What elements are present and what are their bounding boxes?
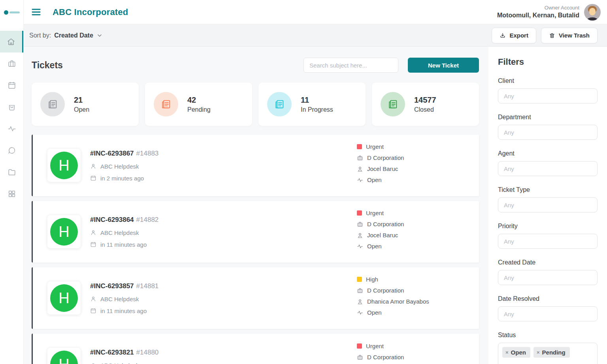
ticket-ref: #INC-6293867 xyxy=(90,150,134,157)
sidebar-item-bag[interactable] xyxy=(0,96,23,118)
priority-square-icon xyxy=(357,277,362,282)
user-icon xyxy=(90,163,96,169)
ticket-title[interactable]: #INC-6293864#14882 xyxy=(90,216,357,224)
client-label: D Corporation xyxy=(367,354,404,360)
sidebar-item-folder[interactable] xyxy=(0,161,23,183)
filter-input-created-date[interactable] xyxy=(498,270,598,285)
account-name: Motoomull, Kernan, Butalid xyxy=(497,11,579,20)
sidebar-item-chat[interactable] xyxy=(0,139,23,161)
stat-card-pending[interactable]: 42Pending xyxy=(145,83,252,126)
sidebar-item-home[interactable] xyxy=(0,31,23,53)
ticket-status: Open xyxy=(357,176,469,183)
client-label: D Corporation xyxy=(367,287,404,294)
ticket-title[interactable]: #INC-6293867#14883 xyxy=(90,150,357,158)
filter-input-ticket-type[interactable] xyxy=(498,197,598,212)
trash-icon xyxy=(549,32,555,39)
account-text: Owner Account Motoomull, Kernan, Butalid xyxy=(497,4,579,20)
tickets-header: Tickets New Ticket xyxy=(32,58,479,73)
home-icon xyxy=(7,38,15,46)
sidebar-item-grid[interactable] xyxy=(0,183,23,205)
view-trash-button[interactable]: View Trash xyxy=(541,28,598,43)
tickets-content: Tickets New Ticket 21Open 42Pending xyxy=(24,47,488,364)
filter-group-ticket-type: Ticket Type xyxy=(498,186,598,212)
account-role: Owner Account xyxy=(497,4,579,11)
ticket-agent: Dhanica Amor Bayabos xyxy=(357,298,469,305)
status-label: Open xyxy=(367,309,382,316)
ticket-title[interactable]: #INC-6293821#14880 xyxy=(90,349,357,356)
ticket-avatar-letter: H xyxy=(50,218,78,246)
section-title: Tickets xyxy=(32,60,63,71)
chip-remove-icon[interactable]: × xyxy=(537,349,540,355)
filter-group-agent: Agent xyxy=(498,150,598,176)
filter-input-priority[interactable] xyxy=(498,234,598,249)
ticket-client: D Corporation xyxy=(357,221,469,227)
ticket-status: Open xyxy=(357,243,469,250)
search-input[interactable] xyxy=(304,58,398,73)
calendar-icon xyxy=(8,81,16,90)
ticket-avatar-letter: H xyxy=(50,284,78,312)
ticket-info: #INC-6293857#14881 ABC Helpdesk in 11 mi… xyxy=(90,282,357,314)
agent-label: Jocel Baruc xyxy=(367,232,398,238)
new-ticket-button[interactable]: New Ticket xyxy=(408,58,479,73)
ticket-created: in 11 minutes ago xyxy=(90,308,357,314)
avatar-face xyxy=(589,8,596,15)
filter-group-priority: Priority xyxy=(498,223,598,249)
hamburger-menu-button[interactable] xyxy=(30,6,42,19)
stat-card-open[interactable]: 21Open xyxy=(32,83,139,126)
export-button[interactable]: Export xyxy=(492,28,536,43)
filter-label: Client xyxy=(498,77,598,84)
filter-group-date-resolved: Date Resolved xyxy=(498,295,598,321)
priority-square-icon xyxy=(357,343,362,349)
ticket-priority: Urgent xyxy=(357,343,469,349)
ticket-card[interactable]: H #INC-6293864#14882 ABC Helpdesk in 11 … xyxy=(32,201,479,263)
ticket-status: Open xyxy=(357,309,469,316)
ticket-avatar: H xyxy=(47,348,81,364)
ticket-info: #INC-6293867#14883 ABC Helpdesk in 2 min… xyxy=(90,150,357,182)
account-block[interactable]: Owner Account Motoomull, Kernan, Butalid xyxy=(497,4,601,21)
chip-remove-icon[interactable]: × xyxy=(505,349,509,355)
sidebar-item-calendar[interactable] xyxy=(0,74,23,96)
requester-label: ABC Helpdesk xyxy=(100,296,139,302)
view-trash-label: View Trash xyxy=(559,32,590,39)
chevron-down-icon xyxy=(96,32,103,39)
ticket-created: in 11 minutes ago xyxy=(90,241,357,248)
sidebar-item-activity[interactable] xyxy=(0,118,23,139)
sidebar-item-briefcase[interactable] xyxy=(0,53,23,74)
stat-card-in-progress[interactable]: 11In Progress xyxy=(258,83,366,126)
ticket-meta: High D Corporation Dhanica Amor Bayabos … xyxy=(357,276,469,320)
status-multiselect[interactable]: ×Open ×Pending xyxy=(498,343,598,364)
ticket-number: #14881 xyxy=(136,282,159,290)
ticket-card[interactable]: H #INC-6293821#14880 ABC Helpdesk Urgent… xyxy=(32,334,479,364)
ticket-card[interactable]: H #INC-6293867#14883 ABC Helpdesk in 2 m… xyxy=(32,135,479,196)
toolbar-actions: Export View Trash xyxy=(492,28,598,43)
priority-square-icon xyxy=(357,144,362,149)
ticket-card[interactable]: H #INC-6293857#14881 ABC Helpdesk in 11 … xyxy=(32,267,479,329)
ticket-priority: High xyxy=(357,276,469,283)
filter-input-client[interactable] xyxy=(498,88,598,103)
agent-icon xyxy=(357,298,363,305)
sort-dropdown[interactable]: Sort by: Created Date xyxy=(29,32,103,39)
filter-label: Department xyxy=(498,114,598,121)
filter-input-date-resolved[interactable] xyxy=(498,306,598,321)
ticket-meta: Urgent D Corporation Jocel Baruc Open xyxy=(357,210,469,254)
avatar-body xyxy=(587,17,598,21)
filter-input-department[interactable] xyxy=(498,125,598,140)
requester-label: ABC Helpdesk xyxy=(100,229,139,236)
shopping-bag-icon xyxy=(8,103,16,111)
pulse-icon xyxy=(357,243,363,250)
stat-card-closed[interactable]: 14577Closed xyxy=(372,83,479,126)
agent-icon xyxy=(357,166,363,172)
ticket-ref: #INC-6293864 xyxy=(90,216,134,223)
avatar[interactable] xyxy=(584,4,601,21)
ticket-info: #INC-6293864#14882 ABC Helpdesk in 11 mi… xyxy=(90,216,357,248)
briefcase-icon xyxy=(357,287,363,294)
requester-label: ABC Helpdesk xyxy=(100,163,139,170)
ticket-meta: Urgent D Corporation Jocel Baruc Open xyxy=(357,143,469,188)
calendar-icon xyxy=(90,241,96,248)
ticket-meta: Urgent D Corporation xyxy=(357,343,469,364)
filter-input-agent[interactable] xyxy=(498,161,598,176)
status-chip-open[interactable]: ×Open xyxy=(502,347,530,358)
status-chip-pending[interactable]: ×Pending xyxy=(533,347,570,358)
ticket-number: #14882 xyxy=(136,216,159,223)
ticket-title[interactable]: #INC-6293857#14881 xyxy=(90,282,357,290)
